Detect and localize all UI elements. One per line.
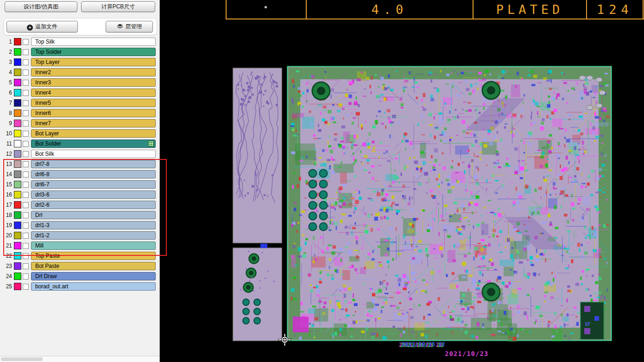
layer-color-swatch[interactable] xyxy=(14,69,21,76)
layer-visibility-checkbox[interactable] xyxy=(23,80,29,86)
layer-name[interactable]: Bot Layer xyxy=(31,129,156,138)
layer-visibility-checkbox[interactable] xyxy=(23,222,29,229)
layer-name[interactable]: Drl xyxy=(31,211,156,219)
scrollbar-thumb[interactable] xyxy=(1,357,43,361)
layer-row: 20drl1-2 xyxy=(3,230,156,241)
layer-name[interactable]: Bot Silk xyxy=(31,150,156,158)
gerber-viewport[interactable]: 4.0 PLATED 124 2021/10/23 22 2021/10/23 … xyxy=(160,0,644,362)
pcb-board-sub-top[interactable] xyxy=(233,68,282,243)
layer-visibility-checkbox[interactable] xyxy=(23,161,29,167)
layer-color-swatch[interactable] xyxy=(14,140,21,147)
grid-icon[interactable] xyxy=(148,141,154,146)
layer-row: 15drl6-7 xyxy=(3,179,156,190)
layer-color-swatch[interactable] xyxy=(14,160,21,168)
layer-name[interactable]: drl1-3 xyxy=(31,221,156,229)
layer-visibility-checkbox[interactable] xyxy=(23,212,29,218)
layer-number: 11 xyxy=(3,140,12,147)
layer-visibility-checkbox[interactable] xyxy=(23,233,29,239)
layer-name[interactable]: Top Layer xyxy=(31,58,156,66)
layer-name[interactable]: Top Paste xyxy=(31,252,156,260)
layer-visibility-checkbox[interactable] xyxy=(23,59,29,65)
layer-visibility-checkbox[interactable] xyxy=(23,121,29,127)
layer-visibility-checkbox[interactable] xyxy=(23,131,29,137)
layer-name[interactable]: borad_out.art xyxy=(31,282,156,291)
layer-visibility-checkbox[interactable] xyxy=(23,100,29,106)
layer-manage-button[interactable]: 层管理 xyxy=(106,21,153,32)
layer-name[interactable]: drl3-6 xyxy=(31,191,156,199)
layer-name[interactable]: Inner7 xyxy=(31,119,156,127)
pcb-canvas[interactable] xyxy=(160,0,644,362)
layer-name[interactable]: Inner2 xyxy=(31,68,156,76)
layer-name[interactable]: Top Solder xyxy=(31,48,156,56)
layer-name[interactable]: drl2-6 xyxy=(31,201,156,209)
layer-color-swatch[interactable] xyxy=(14,201,21,209)
layer-visibility-checkbox[interactable] xyxy=(23,141,29,147)
layer-name[interactable]: drl6-7 xyxy=(31,180,156,189)
layer-visibility-checkbox[interactable] xyxy=(23,284,29,290)
layer-panel: 设计图/仿真图 计算PCB尺寸 +追加文件 层管理 1Top Silk2Top … xyxy=(0,0,160,362)
layer-visibility-checkbox[interactable] xyxy=(23,263,29,269)
layer-color-swatch[interactable] xyxy=(14,109,21,117)
horizontal-scrollbar[interactable] xyxy=(0,356,159,362)
layer-color-swatch[interactable] xyxy=(14,273,21,280)
layer-number: 6 xyxy=(3,89,12,96)
layer-color-swatch[interactable] xyxy=(14,120,21,127)
layer-color-swatch[interactable] xyxy=(14,130,21,137)
layer-visibility-checkbox[interactable] xyxy=(23,70,29,76)
layer-number: 23 xyxy=(3,263,12,269)
layer-color-swatch[interactable] xyxy=(14,242,21,249)
layer-color-swatch[interactable] xyxy=(14,171,21,178)
layer-color-swatch[interactable] xyxy=(14,58,21,66)
layer-color-swatch[interactable] xyxy=(14,48,21,56)
layer-visibility-checkbox[interactable] xyxy=(23,39,29,45)
layer-name[interactable]: drl6-8 xyxy=(31,170,156,178)
layer-visibility-checkbox[interactable] xyxy=(23,253,29,259)
layer-name[interactable]: Inner3 xyxy=(31,78,156,87)
layer-name[interactable]: Inner5 xyxy=(31,99,156,107)
layer-color-swatch[interactable] xyxy=(14,191,21,198)
layer-color-swatch[interactable] xyxy=(14,99,21,107)
layer-visibility-checkbox[interactable] xyxy=(23,182,29,188)
layer-name[interactable]: Bot Solder xyxy=(31,140,156,148)
layer-color-swatch[interactable] xyxy=(14,222,21,229)
layer-name[interactable]: drl1-2 xyxy=(31,231,156,240)
layer-visibility-checkbox[interactable] xyxy=(23,49,29,55)
layer-color-swatch[interactable] xyxy=(14,283,21,290)
layer-color-swatch[interactable] xyxy=(14,150,21,158)
layer-number: 14 xyxy=(3,171,12,178)
layer-name[interactable]: drl7-8 xyxy=(31,160,156,168)
layer-row: 6Inner4 xyxy=(3,88,156,98)
layer-visibility-checkbox[interactable] xyxy=(23,273,29,279)
layer-visibility-checkbox[interactable] xyxy=(23,243,29,249)
layer-color-swatch[interactable] xyxy=(14,252,21,260)
layer-color-swatch[interactable] xyxy=(14,262,21,270)
layer-visibility-checkbox[interactable] xyxy=(23,90,29,96)
layer-name[interactable]: Bot Paste xyxy=(31,262,156,270)
layer-visibility-checkbox[interactable] xyxy=(23,151,29,157)
layer-name[interactable]: Inner6 xyxy=(31,109,156,117)
layer-name[interactable]: Inner4 xyxy=(31,89,156,97)
layer-visibility-checkbox[interactable] xyxy=(23,110,29,116)
layer-visibility-checkbox[interactable] xyxy=(23,202,29,208)
append-file-button[interactable]: +追加文件 xyxy=(6,21,78,32)
layer-row: 7Inner5 xyxy=(3,98,156,108)
layer-name[interactable]: Drl Draw xyxy=(31,272,156,280)
layer-number: 4 xyxy=(3,69,12,76)
layer-number: 24 xyxy=(3,273,12,279)
layer-number: 17 xyxy=(3,202,12,208)
layer-visibility-checkbox[interactable] xyxy=(23,171,29,178)
layer-row: 1Top Silk xyxy=(3,37,156,47)
design-sim-button[interactable]: 设计图/仿真图 xyxy=(5,1,77,12)
layer-row: 24Drl Draw xyxy=(3,271,156,281)
layer-name[interactable]: Top Silk xyxy=(31,38,156,46)
layer-color-swatch[interactable] xyxy=(14,79,21,86)
layer-list: 1Top Silk2Top Solder3Top Layer4Inner25In… xyxy=(3,37,156,292)
layer-visibility-checkbox[interactable] xyxy=(23,192,29,198)
layer-color-swatch[interactable] xyxy=(14,38,21,45)
layer-color-swatch[interactable] xyxy=(14,211,21,219)
layer-color-swatch[interactable] xyxy=(14,232,21,239)
layer-color-swatch[interactable] xyxy=(14,181,21,188)
layer-color-swatch[interactable] xyxy=(14,89,21,96)
layer-name[interactable]: Mill xyxy=(31,241,156,250)
calc-pcb-size-button[interactable]: 计算PCB尺寸 xyxy=(81,1,155,12)
